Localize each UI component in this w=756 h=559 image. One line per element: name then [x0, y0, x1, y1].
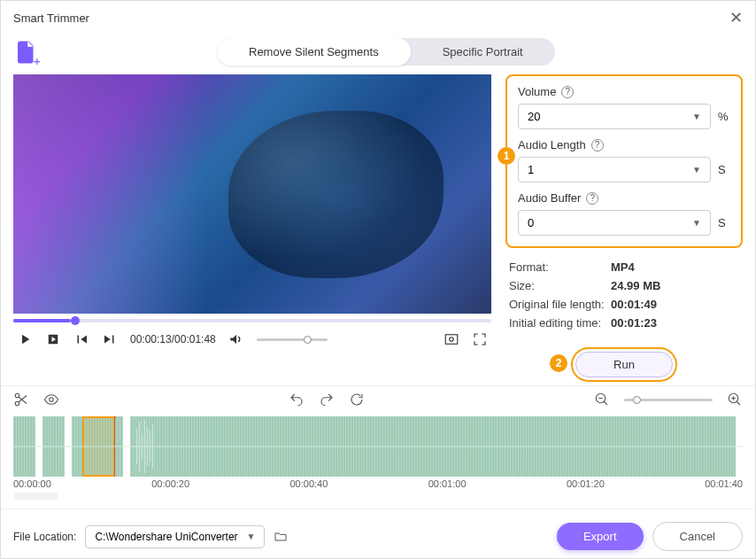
cancel-button[interactable]: Cancel	[652, 522, 743, 551]
tab-remove-silent[interactable]: Remove Silent Segments	[217, 38, 411, 66]
prev-icon[interactable]	[73, 331, 89, 347]
undo-icon[interactable]	[289, 392, 305, 408]
orig-len-value: 00:01:49	[611, 298, 657, 311]
settings-panel: 1 Volume? 20▼ % Audio Length? 1▼ S Audio…	[505, 74, 743, 248]
time-ruler: 00:00:0000:00:2000:00:4000:01:0000:01:20…	[13, 478, 743, 493]
file-location-dropdown[interactable]: C:\Wondershare UniConverter▼	[85, 525, 265, 548]
run-button[interactable]: Run	[575, 352, 673, 377]
export-button[interactable]: Export	[557, 523, 644, 550]
tab-specific-portrait[interactable]: Specific Portrait	[411, 38, 555, 66]
chevron-down-icon: ▼	[247, 532, 256, 541]
timeline-scrollbar[interactable]	[13, 493, 58, 500]
zoom-slider[interactable]	[624, 399, 713, 401]
zoom-in-icon[interactable]	[727, 392, 743, 408]
volume-dropdown[interactable]: 20▼	[518, 104, 711, 129]
folder-icon[interactable]	[274, 530, 288, 544]
zoom-out-icon[interactable]	[594, 392, 610, 408]
audio-buffer-dropdown[interactable]: 0▼	[518, 210, 711, 236]
svg-point-6	[50, 398, 54, 402]
init-time-label: Initial editing time:	[509, 316, 611, 330]
audio-buffer-label: Audio Buffer	[518, 191, 581, 205]
help-icon[interactable]: ?	[561, 86, 574, 98]
format-value: MP4	[611, 260, 635, 274]
mode-tabs: Remove Silent Segments Specific Portrait	[217, 38, 555, 66]
init-time-value: 00:01:23	[611, 316, 657, 330]
refresh-icon[interactable]	[349, 392, 365, 408]
orig-len-label: Original file length:	[509, 298, 611, 311]
chevron-down-icon: ▼	[692, 112, 701, 121]
eye-icon[interactable]	[43, 392, 59, 408]
time-display: 00:00:13/00:01:48	[130, 333, 216, 345]
window-title: Smart Trimmer	[13, 12, 89, 25]
svg-point-3	[450, 338, 454, 342]
chevron-down-icon: ▼	[692, 165, 701, 175]
size-label: Size:	[509, 279, 611, 292]
next-icon[interactable]	[102, 331, 118, 347]
close-icon[interactable]: ✕	[729, 8, 743, 27]
audio-length-label: Audio Length	[518, 138, 586, 151]
play-icon[interactable]	[17, 331, 33, 347]
fullscreen-icon[interactable]	[472, 331, 488, 347]
volume-slider[interactable]	[257, 338, 328, 341]
format-label: Format:	[509, 260, 611, 274]
help-icon[interactable]: ?	[586, 192, 598, 205]
callout-2: 2	[550, 354, 567, 372]
callout-1: 1	[498, 147, 515, 165]
size-value: 24.99 MB	[611, 279, 660, 292]
logo-icon: +	[13, 39, 40, 66]
volume-label: Volume	[518, 85, 556, 98]
svg-rect-2	[445, 335, 458, 345]
waveform[interactable]	[13, 416, 743, 477]
audio-length-dropdown[interactable]: 1▼	[518, 157, 711, 182]
redo-icon[interactable]	[319, 392, 335, 408]
seek-bar[interactable]	[13, 319, 491, 322]
help-icon[interactable]: ?	[591, 139, 604, 151]
video-preview[interactable]	[13, 74, 491, 314]
snapshot-icon[interactable]	[444, 331, 459, 347]
chevron-down-icon: ▼	[692, 218, 701, 228]
stop-icon[interactable]	[45, 331, 61, 347]
cut-icon[interactable]	[13, 392, 29, 408]
svg-text:+: +	[34, 53, 41, 66]
file-location-label: File Location:	[13, 531, 76, 543]
volume-icon[interactable]	[228, 331, 244, 347]
